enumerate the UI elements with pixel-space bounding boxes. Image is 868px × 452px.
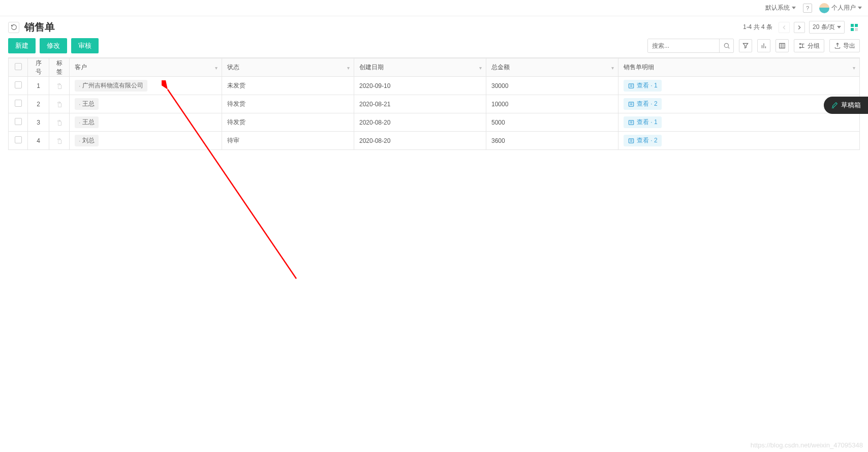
svg-point-3	[799, 47, 800, 48]
customer-chip[interactable]: 王总	[75, 116, 99, 128]
refresh-icon	[11, 24, 17, 31]
customer-chip[interactable]: 广州吉科物流有限公司	[75, 80, 147, 92]
avatar	[819, 3, 829, 13]
table-row[interactable]: 4 🏷 刘总 待审 2020-08-20 3600 查看 · 2	[9, 132, 860, 150]
filter-dropdown-icon: ▾	[347, 65, 350, 70]
chevron-down-icon	[792, 7, 796, 9]
user-menu[interactable]: 个人用户	[819, 3, 862, 13]
cell-amount: 3600	[486, 132, 618, 150]
cell-seq: 2	[28, 95, 49, 113]
cell-customer: 广州吉科物流有限公司	[70, 77, 222, 95]
list-icon	[628, 137, 635, 144]
cell-tag[interactable]: 🏷	[49, 113, 70, 132]
checkbox-icon	[15, 118, 22, 125]
view-toggle[interactable]	[849, 22, 860, 33]
view-detail-button[interactable]: 查看 · 1	[624, 116, 662, 128]
chart-icon	[760, 42, 767, 49]
table-row[interactable]: 1 🏷 广州吉科物流有限公司 未发货 2020-09-10 30000 查看 ·…	[9, 77, 860, 95]
svg-rect-1	[780, 43, 785, 48]
th-customer[interactable]: 客户▾	[70, 58, 222, 77]
refresh-button[interactable]	[8, 22, 19, 33]
user-label: 个人用户	[831, 4, 856, 12]
page-size-label: 20 条/页	[813, 23, 835, 32]
search-wrap	[647, 39, 734, 53]
group-label: 分组	[808, 42, 820, 50]
customer-chip[interactable]: 王总	[75, 98, 99, 110]
cell-detail: 查看 · 1	[618, 113, 860, 132]
chevron-down-icon	[858, 7, 862, 9]
checkbox-icon	[15, 63, 22, 70]
search-button[interactable]	[719, 39, 733, 52]
help-button[interactable]: ?	[803, 4, 812, 13]
cell-customer: 刘总	[70, 132, 222, 150]
cell-status: 未发货	[222, 77, 354, 95]
cell-amount: 5000	[486, 113, 618, 132]
search-input[interactable]	[648, 39, 719, 52]
columns-icon	[779, 42, 786, 49]
th-tag: 标签	[49, 58, 70, 77]
list-icon	[628, 119, 635, 126]
group-icon	[798, 42, 805, 49]
cell-seq: 4	[28, 132, 49, 150]
page-title: 销售单	[24, 20, 55, 34]
view-detail-button[interactable]: 查看 · 2	[624, 135, 662, 146]
cell-date: 2020-08-21	[354, 95, 486, 113]
page-size-selector[interactable]: 20 条/页	[809, 21, 845, 34]
columns-button[interactable]	[776, 39, 789, 52]
table-row[interactable]: 2 🏷 王总 待发货 2020-08-21 10000 查看 · 2	[9, 95, 860, 113]
cell-amount: 30000	[486, 77, 618, 95]
toolbar-right: 分组 导出	[647, 39, 860, 53]
new-button[interactable]: 新建	[8, 38, 36, 53]
cell-detail: 查看 · 2	[618, 132, 860, 150]
pager-summary: 1-4 共 4 条	[743, 23, 772, 32]
cell-tag[interactable]: 🏷	[49, 77, 70, 95]
header-right: 1-4 共 4 条 20 条/页	[743, 21, 860, 34]
th-seq: 序号	[28, 58, 49, 77]
cell-checkbox[interactable]	[9, 113, 28, 132]
cell-checkbox[interactable]	[9, 132, 28, 150]
customer-chip[interactable]: 刘总	[75, 135, 99, 146]
cell-checkbox[interactable]	[9, 77, 28, 95]
edit-icon	[831, 102, 838, 109]
th-amount[interactable]: 总金额▾	[486, 58, 618, 77]
th-checkbox[interactable]	[9, 58, 28, 77]
th-date[interactable]: 创建日期▾	[354, 58, 486, 77]
filter-dropdown-icon: ▾	[215, 65, 218, 70]
search-icon	[723, 42, 730, 49]
export-label: 导出	[843, 42, 855, 50]
toolbar: 新建 修改 审核 分组 导出	[0, 34, 868, 57]
th-status[interactable]: 状态▾	[222, 58, 354, 77]
export-button[interactable]: 导出	[829, 39, 860, 52]
topbar: 默认系统 ? 个人用户	[0, 0, 868, 16]
draft-label: 草稿箱	[841, 101, 861, 110]
filter-dropdown-icon: ▾	[853, 65, 855, 70]
tag-icon: 🏷	[56, 138, 63, 144]
draft-box-button[interactable]: 草稿箱	[824, 97, 868, 114]
filter-button[interactable]	[739, 39, 752, 52]
cell-checkbox[interactable]	[9, 95, 28, 113]
audit-button[interactable]: 审核	[71, 38, 99, 53]
chevron-left-icon	[781, 24, 788, 31]
chart-button[interactable]	[757, 39, 770, 52]
pager-prev[interactable]	[779, 22, 790, 33]
cell-customer: 王总	[70, 95, 222, 113]
view-detail-button[interactable]: 查看 · 1	[624, 80, 662, 92]
tag-icon: 🏷	[56, 83, 63, 89]
group-button[interactable]: 分组	[794, 39, 824, 52]
th-detail[interactable]: 销售单明细▾	[618, 58, 860, 77]
table-row[interactable]: 3 🏷 王总 待发货 2020-08-20 5000 查看 · 1	[9, 113, 860, 132]
cell-status: 待发货	[222, 113, 354, 132]
view-detail-button[interactable]: 查看 · 2	[624, 98, 662, 110]
edit-button[interactable]: 修改	[40, 38, 67, 53]
tag-icon: 🏷	[56, 119, 63, 126]
system-selector[interactable]: 默认系统	[765, 4, 796, 12]
filter-dropdown-icon: ▾	[479, 65, 482, 70]
list-icon	[628, 101, 635, 108]
cell-customer: 王总	[70, 113, 222, 132]
pager-next[interactable]	[794, 22, 805, 33]
cell-detail: 查看 · 1	[618, 77, 860, 95]
system-label: 默认系统	[765, 4, 790, 12]
chevron-down-icon	[837, 26, 841, 28]
cell-tag[interactable]: 🏷	[49, 132, 70, 150]
cell-tag[interactable]: 🏷	[49, 95, 70, 113]
